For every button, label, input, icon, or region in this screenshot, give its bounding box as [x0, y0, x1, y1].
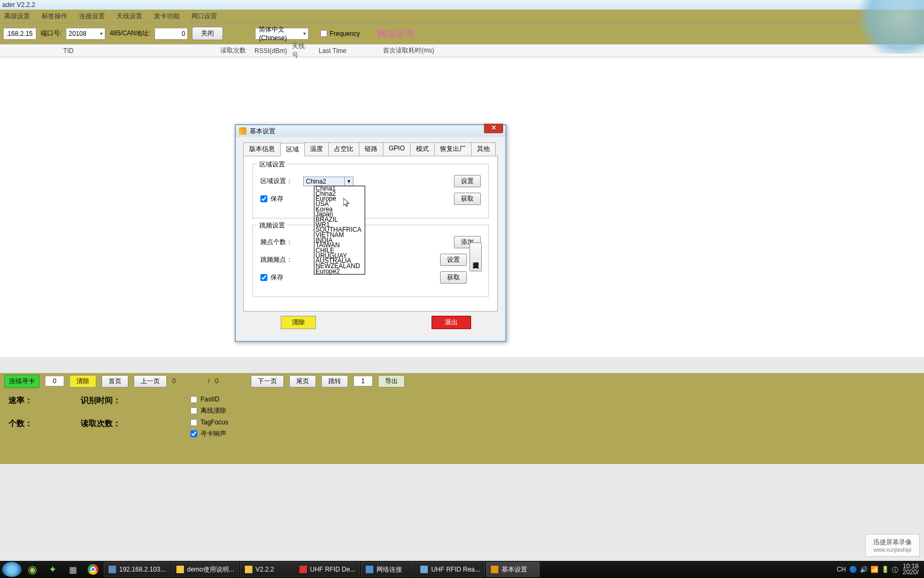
paging-clear-button[interactable]: 清除: [70, 375, 96, 387]
offline-clear-checkbox[interactable]: 离线清除: [190, 406, 228, 415]
fastid-checkbox[interactable]: FastID: [190, 396, 228, 403]
dialog-titlebar[interactable]: 基本设置 ✕: [236, 125, 505, 137]
menu-antenna[interactable]: 天线设置: [114, 11, 144, 22]
read-count-label: 读取次数：: [81, 419, 121, 429]
watermark-text: 迅捷屏幕录像: [873, 538, 912, 547]
scan-count[interactable]: [45, 376, 64, 386]
col-rssi: RSSI(dBm): [250, 47, 288, 55]
region-save-checkbox[interactable]: 保存: [260, 194, 298, 203]
col-tid: TID: [4, 47, 133, 55]
region-set-button[interactable]: 设置: [454, 175, 481, 187]
taskbar-item[interactable]: demo使用说明...: [172, 562, 239, 577]
taskbar-icon[interactable]: ◉: [22, 562, 42, 577]
menu-card[interactable]: 发卡功能: [152, 11, 182, 22]
watermark-url: www.xunjieshipi: [873, 547, 912, 553]
calculator-icon[interactable]: ▦: [63, 562, 82, 577]
menubar: 高级设置 标签操作 连接设置 天线设置 发卡功能 网口设置: [0, 10, 924, 22]
hop-legend: 跳频设置: [257, 221, 287, 230]
watermark: 迅捷屏幕录像 www.xunjieshipi: [865, 534, 920, 557]
tab-temp[interactable]: 温度: [304, 142, 329, 156]
tab-link[interactable]: 链路: [359, 142, 383, 156]
tray-date: 2020/: [903, 569, 919, 575]
wechat-icon[interactable]: ✦: [43, 562, 62, 577]
export-button[interactable]: 导出: [378, 375, 405, 387]
prev-page-button[interactable]: 上一页: [134, 375, 167, 387]
app-title: ader V2.2.2: [2, 1, 35, 9]
tray-icon[interactable]: ⓘ: [892, 566, 899, 573]
taskbar-item[interactable]: 192.168.2.103...: [104, 562, 171, 577]
network-status: 网络正常: [377, 27, 415, 40]
tab-restore[interactable]: 恢复出厂: [434, 142, 472, 156]
tray-icon[interactable]: 📶: [871, 566, 878, 573]
tab-gpio[interactable]: GPIO: [383, 142, 411, 156]
hop-save-checkbox[interactable]: 保存: [260, 273, 298, 282]
tray-icon[interactable]: 🔵: [849, 566, 857, 573]
tagfocus-checkbox[interactable]: TagFocus: [190, 419, 228, 426]
region-get-button[interactable]: 获取: [454, 193, 481, 205]
close-button[interactable]: 关闭: [192, 27, 223, 40]
taskbar-item[interactable]: UHF RFID De...: [295, 562, 360, 577]
taskbar: ◉ ✦ ▦ 192.168.2.103... demo使用说明... V2.2.…: [0, 561, 924, 578]
jump-button[interactable]: 跳转: [321, 375, 348, 387]
port-label: 端口号:: [41, 29, 61, 38]
col-last-time: Last Time: [314, 47, 379, 55]
col-antenna: 天线号: [288, 42, 314, 60]
addr-input[interactable]: [155, 28, 188, 40]
page-sep: /: [208, 377, 210, 385]
region-fieldset: 区域设置 区域设置： China2 ▼ 设置 保存 获取: [252, 164, 489, 218]
last-page-button[interactable]: 尾页: [289, 375, 316, 387]
ip-input[interactable]: [3, 28, 36, 40]
paging-bar: 连续寻卡 清除 首页 上一页 0 / 0 下一页 尾页 跳转 导出: [0, 373, 924, 389]
rate-label: 速率：: [9, 396, 33, 406]
tab-region[interactable]: 区域: [280, 143, 305, 156]
region-legend: 区域设置: [257, 160, 287, 169]
taskbar-item[interactable]: 基本设置: [486, 562, 540, 577]
region-option[interactable]: Europe2: [314, 269, 365, 275]
next-page-button[interactable]: 下一页: [251, 375, 284, 387]
page-current: 0: [172, 377, 176, 385]
chrome-icon[interactable]: [83, 562, 103, 577]
menu-conn[interactable]: 连接设置: [77, 11, 107, 22]
dialog-title-text: 基本设置: [250, 127, 275, 136]
menu-netport[interactable]: 网口设置: [189, 11, 219, 22]
settings-dialog: 基本设置 ✕ 版本信息 区域 温度 占空比 链路 GPIO 模式 恢复出厂 其他…: [235, 124, 506, 342]
taskbar-item[interactable]: V2.2.2: [240, 562, 294, 577]
close-icon[interactable]: ✕: [484, 124, 503, 133]
id-time-label: 识别时间：: [81, 396, 121, 406]
page-total: 0: [215, 377, 219, 385]
tab-other[interactable]: 其他: [471, 142, 496, 156]
frequency-checkbox[interactable]: Frequency: [320, 30, 360, 37]
first-page-button[interactable]: 首页: [102, 375, 128, 387]
hop-advanced-button[interactable]: 高级设置: [469, 242, 482, 271]
table-header: TID 读取次数 RSSI(dBm) 天线号 Last Time 首次读取耗时(…: [0, 44, 924, 57]
points-label: 频点个数：: [260, 238, 298, 247]
tray-lang[interactable]: CH: [837, 566, 846, 573]
region-dropdown-list[interactable]: China1 China2 Europe USA Korea Japan BRA…: [314, 186, 365, 275]
tab-version[interactable]: 版本信息: [243, 142, 281, 156]
scan-button[interactable]: 连续寻卡: [4, 375, 40, 388]
menu-advanced[interactable]: 高级设置: [2, 11, 32, 22]
addr-label: 485/CAN地址:: [110, 29, 150, 38]
exit-button[interactable]: 退出: [432, 316, 471, 329]
menu-tag-ops[interactable]: 标签操作: [40, 11, 70, 22]
hop-get-button[interactable]: 获取: [440, 271, 467, 284]
tab-duty[interactable]: 占空比: [328, 142, 359, 156]
region-label: 区域设置：: [260, 177, 298, 186]
language-select[interactable]: 简体中文(Chinese): [255, 28, 309, 40]
freq-label: 跳频频点：: [260, 255, 298, 264]
taskbar-item[interactable]: 网络连接: [361, 562, 414, 577]
start-button[interactable]: [2, 562, 21, 577]
taskbar-item[interactable]: UHF RFID Rea...: [415, 562, 484, 577]
tray-icon[interactable]: 🔊: [860, 566, 867, 573]
system-tray[interactable]: CH 🔵 🔊 📶 🔋 ⓘ 10:18 2020/: [837, 564, 922, 575]
jump-input[interactable]: [353, 376, 373, 386]
col-read-count: 读取次数: [133, 46, 250, 55]
tray-icon[interactable]: 🔋: [881, 566, 889, 573]
clear-button[interactable]: 清除: [281, 316, 316, 329]
port-input[interactable]: 20108: [66, 28, 105, 40]
tab-mode[interactable]: 模式: [410, 142, 435, 156]
dialog-tabs: 版本信息 区域 温度 占空比 链路 GPIO 模式 恢复出厂 其他: [243, 142, 498, 156]
beep-checkbox[interactable]: 寻卡响声: [190, 429, 228, 438]
hop-fieldset: 跳频设置 频点个数： 添加 高级设置 跳频频点： 设置 保存: [252, 225, 489, 297]
hop-set-button[interactable]: 设置: [440, 254, 467, 266]
